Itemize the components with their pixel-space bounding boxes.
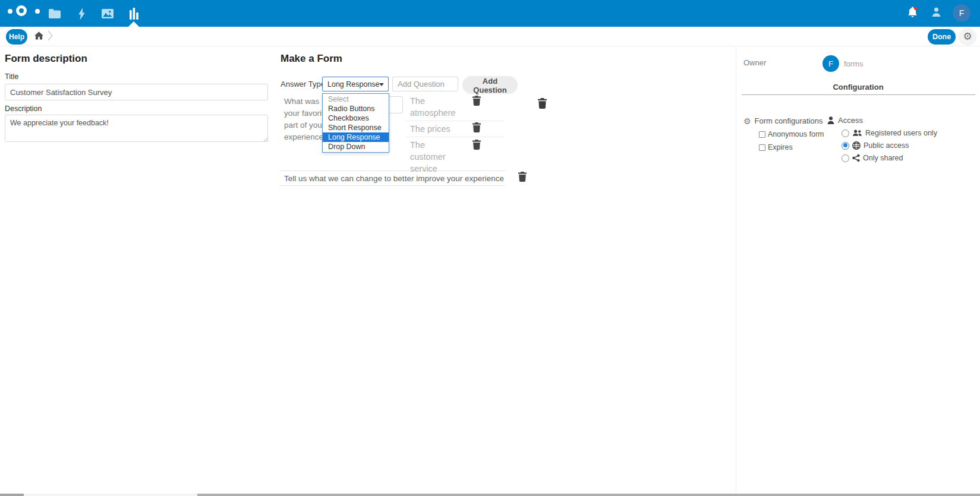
- bell-icon: [907, 7, 918, 18]
- top-header-bar: F: [0, 0, 980, 27]
- settings-sidebar: Owner F forms Configuration ⚙ Form confi…: [736, 46, 980, 496]
- nextcloud-logo[interactable]: [10, 5, 38, 21]
- title-input[interactable]: [5, 84, 268, 100]
- notifications-button[interactable]: [907, 7, 918, 18]
- share-icon: [852, 154, 860, 162]
- form-configurations-header: ⚙ Form configurations: [743, 116, 823, 125]
- form-description-heading: Form description: [5, 53, 87, 65]
- access-registered-users-option[interactable]: Registered users only: [842, 129, 937, 137]
- add-question-input[interactable]: [392, 77, 458, 91]
- list-item: The customer service: [406, 137, 504, 176]
- delete-option-2-button[interactable]: [472, 122, 481, 132]
- breadcrumb-home[interactable]: [34, 31, 43, 40]
- delete-option-3-button[interactable]: [472, 140, 481, 150]
- description-label: Description: [5, 105, 42, 113]
- bar-chart-icon: [130, 8, 138, 20]
- dropdown-option-drop-down[interactable]: Drop Down: [323, 142, 389, 151]
- group-icon: [852, 129, 862, 137]
- make-a-form-heading: Make a Form: [281, 53, 342, 65]
- option-2-text: The prices: [406, 121, 461, 137]
- horizontal-scrollbar-thumb-right[interactable]: [197, 494, 980, 496]
- only-shared-label: Only shared: [863, 154, 903, 162]
- trash-icon: [472, 122, 481, 132]
- contacts-menu-button[interactable]: [931, 7, 942, 18]
- dropdown-option-checkboxes[interactable]: Checkboxes: [323, 113, 389, 123]
- option-1-text: The atmosphere: [406, 93, 461, 121]
- user-avatar[interactable]: F: [953, 4, 970, 22]
- chevron-right-icon: [48, 30, 53, 41]
- gear-icon: ⚙: [963, 31, 972, 42]
- list-item: The prices: [406, 121, 504, 137]
- public-access-label: Public access: [864, 141, 909, 150]
- title-label: Title: [5, 72, 18, 81]
- dropdown-option-short-response[interactable]: Short Response: [323, 123, 389, 132]
- done-button[interactable]: Done: [928, 29, 956, 45]
- trash-icon: [472, 140, 481, 150]
- access-public-access-option[interactable]: Public access: [842, 141, 909, 150]
- secondary-toolbar: Help Done ⚙: [0, 27, 980, 46]
- answer-type-label: Answer Type:: [281, 80, 327, 89]
- public-access-radio[interactable]: [842, 142, 849, 150]
- registered-users-label: Registered users only: [865, 129, 937, 137]
- dropdown-option-radio-buttons[interactable]: Radio Buttons: [323, 104, 389, 113]
- owner-avatar: F: [823, 55, 839, 72]
- forms-app-screen: F Help Done ⚙ Form description Title Des…: [0, 0, 980, 496]
- horizontal-scrollbar-thumb-left[interactable]: [0, 494, 24, 496]
- anonymous-form-option[interactable]: Anonymous form: [759, 130, 824, 138]
- globe-icon: [852, 141, 861, 150]
- app-activity[interactable]: [72, 4, 91, 23]
- only-shared-radio[interactable]: [842, 154, 849, 162]
- photos-icon: [102, 9, 114, 18]
- app-photos[interactable]: [98, 4, 117, 23]
- dropdown-option-long-response[interactable]: Long Response: [323, 132, 389, 142]
- anonymous-form-label: Anonymous form: [768, 130, 824, 138]
- configuration-divider: [742, 94, 975, 95]
- trash-icon: [518, 172, 527, 182]
- access-title: Access: [838, 116, 863, 125]
- app-forms[interactable]: [124, 4, 143, 23]
- access-header: Access: [827, 116, 863, 125]
- expires-checkbox[interactable]: [759, 144, 765, 151]
- trash-icon: [472, 96, 481, 106]
- configuration-heading: Configuration: [736, 83, 980, 91]
- owner-label: Owner: [743, 58, 766, 67]
- gear-icon: ⚙: [743, 117, 751, 125]
- delete-question-2-button[interactable]: [518, 172, 527, 182]
- delete-option-1-button[interactable]: [472, 96, 481, 106]
- expires-label: Expires: [768, 143, 793, 151]
- trash-icon: [538, 98, 547, 109]
- settings-button[interactable]: ⚙: [959, 28, 976, 46]
- description-textarea[interactable]: We appreciate your feedback!: [5, 115, 268, 142]
- active-app-indicator: [128, 21, 139, 27]
- list-item: The atmosphere: [406, 93, 504, 121]
- owner-name: forms: [844, 59, 864, 68]
- home-icon: [34, 31, 43, 40]
- form-configurations-title: Form configurations: [755, 116, 823, 125]
- answer-type-select[interactable]: Long Response: [322, 77, 389, 91]
- option-3-text: The customer service: [406, 137, 461, 176]
- dropdown-option-select[interactable]: Select: [323, 94, 389, 104]
- answer-type-selected-value: Long Response: [323, 80, 380, 89]
- answer-type-dropdown: Select Radio Buttons Checkboxes Short Re…: [322, 93, 389, 153]
- lightning-icon: [78, 8, 86, 20]
- person-icon: [827, 116, 834, 124]
- logo-circle-right: [35, 9, 40, 14]
- anonymous-form-checkbox[interactable]: [759, 131, 765, 138]
- add-question-button[interactable]: Add Question: [462, 76, 518, 94]
- app-files[interactable]: [45, 4, 64, 23]
- expires-option[interactable]: Expires: [759, 143, 793, 151]
- question-1-options-list: The atmosphere The prices The customer s…: [406, 93, 504, 176]
- access-only-shared-option[interactable]: Only shared: [842, 154, 903, 162]
- delete-question-1-button[interactable]: [538, 98, 547, 109]
- registered-users-radio[interactable]: [842, 129, 849, 137]
- logo-circle-center: [16, 5, 27, 16]
- help-button[interactable]: Help: [6, 29, 27, 45]
- person-icon: [931, 7, 942, 18]
- chevron-down-icon: [379, 83, 384, 86]
- logo-circle-left: [8, 9, 12, 14]
- folder-icon: [49, 9, 61, 18]
